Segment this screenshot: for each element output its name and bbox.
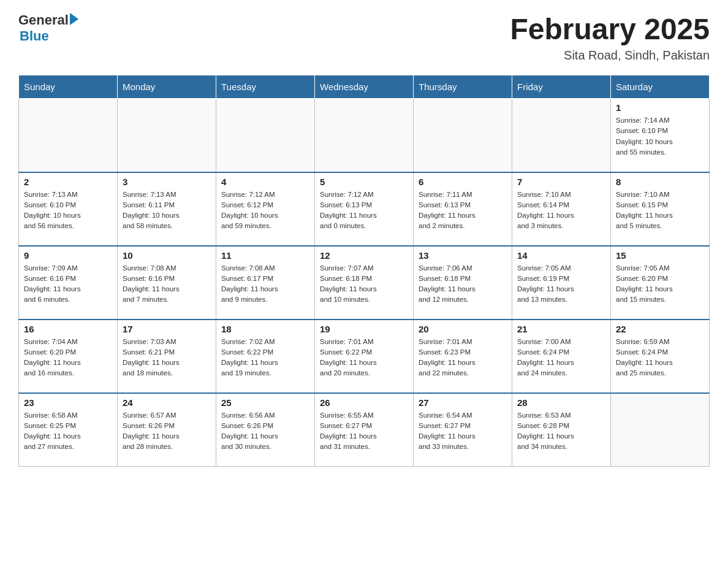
calendar-cell: 17Sunrise: 7:03 AMSunset: 6:21 PMDayligh… [118, 320, 216, 393]
calendar-cell [315, 99, 414, 172]
day-info: Sunrise: 7:09 AMSunset: 6:16 PMDaylight:… [24, 263, 112, 305]
day-number: 24 [123, 397, 211, 408]
logo-blue-text: Blue [20, 28, 49, 44]
day-number: 27 [419, 397, 507, 408]
calendar-cell: 16Sunrise: 7:04 AMSunset: 6:20 PMDayligh… [19, 320, 118, 393]
day-info: Sunrise: 7:06 AMSunset: 6:18 PMDaylight:… [419, 263, 507, 305]
day-info: Sunrise: 7:02 AMSunset: 6:22 PMDaylight:… [221, 337, 309, 379]
day-number: 25 [221, 397, 309, 408]
day-number: 1 [616, 102, 704, 113]
day-info: Sunrise: 7:10 AMSunset: 6:14 PMDaylight:… [517, 190, 605, 232]
calendar-cell: 15Sunrise: 7:05 AMSunset: 6:20 PMDayligh… [611, 246, 710, 320]
calendar-cell: 5Sunrise: 7:12 AMSunset: 6:13 PMDaylight… [315, 172, 414, 246]
day-number: 18 [221, 324, 309, 334]
day-info: Sunrise: 7:11 AMSunset: 6:13 PMDaylight:… [419, 190, 507, 232]
calendar-cell: 23Sunrise: 6:58 AMSunset: 6:25 PMDayligh… [19, 393, 118, 467]
calendar-cell: 3Sunrise: 7:13 AMSunset: 6:11 PMDaylight… [118, 172, 216, 246]
day-number: 17 [123, 324, 211, 334]
day-info: Sunrise: 6:54 AMSunset: 6:27 PMDaylight:… [419, 410, 507, 453]
day-info: Sunrise: 7:00 AMSunset: 6:24 PMDaylight:… [517, 337, 605, 379]
day-info: Sunrise: 7:08 AMSunset: 6:17 PMDaylight:… [221, 263, 309, 305]
calendar-cell: 28Sunrise: 6:53 AMSunset: 6:28 PMDayligh… [512, 393, 611, 467]
calendar-title: February 2025 [510, 12, 710, 46]
day-info: Sunrise: 7:13 AMSunset: 6:11 PMDaylight:… [123, 190, 211, 232]
day-number: 5 [320, 177, 408, 187]
day-header-saturday: Saturday [611, 75, 710, 99]
calendar-cell: 20Sunrise: 7:01 AMSunset: 6:23 PMDayligh… [414, 320, 512, 393]
day-header-monday: Monday [118, 75, 216, 99]
day-number: 4 [221, 177, 309, 187]
page-header: General Blue February 2025 Sita Road, Si… [18, 12, 710, 63]
calendar-cell [19, 99, 118, 172]
calendar-week-row: 1Sunrise: 7:14 AMSunset: 6:10 PMDaylight… [19, 99, 710, 172]
day-info: Sunrise: 7:05 AMSunset: 6:19 PMDaylight:… [517, 263, 605, 305]
logo-general-text: General [18, 12, 69, 28]
calendar-header-row: SundayMondayTuesdayWednesdayThursdayFrid… [19, 75, 710, 99]
calendar-cell: 27Sunrise: 6:54 AMSunset: 6:27 PMDayligh… [414, 393, 512, 467]
day-info: Sunrise: 6:53 AMSunset: 6:28 PMDaylight:… [517, 410, 605, 453]
calendar-cell: 4Sunrise: 7:12 AMSunset: 6:12 PMDaylight… [216, 172, 315, 246]
calendar-cell: 18Sunrise: 7:02 AMSunset: 6:22 PMDayligh… [216, 320, 315, 393]
day-info: Sunrise: 6:58 AMSunset: 6:25 PMDaylight:… [24, 410, 112, 453]
day-number: 23 [24, 397, 112, 408]
day-header-wednesday: Wednesday [315, 75, 414, 99]
day-info: Sunrise: 7:12 AMSunset: 6:13 PMDaylight:… [320, 190, 408, 232]
calendar-table: SundayMondayTuesdayWednesdayThursdayFrid… [18, 75, 710, 467]
day-info: Sunrise: 6:56 AMSunset: 6:26 PMDaylight:… [221, 410, 309, 453]
day-number: 16 [24, 324, 112, 334]
calendar-cell: 7Sunrise: 7:10 AMSunset: 6:14 PMDaylight… [512, 172, 611, 246]
day-info: Sunrise: 7:05 AMSunset: 6:20 PMDaylight:… [616, 263, 704, 305]
day-info: Sunrise: 7:10 AMSunset: 6:15 PMDaylight:… [616, 190, 704, 232]
day-number: 13 [419, 250, 507, 261]
day-number: 12 [320, 250, 408, 261]
calendar-cell: 14Sunrise: 7:05 AMSunset: 6:19 PMDayligh… [512, 246, 611, 320]
calendar-cell: 8Sunrise: 7:10 AMSunset: 6:15 PMDaylight… [611, 172, 710, 246]
calendar-cell: 9Sunrise: 7:09 AMSunset: 6:16 PMDaylight… [19, 246, 118, 320]
day-number: 6 [419, 177, 507, 187]
calendar-week-row: 9Sunrise: 7:09 AMSunset: 6:16 PMDaylight… [19, 246, 710, 320]
calendar-cell: 2Sunrise: 7:13 AMSunset: 6:10 PMDaylight… [19, 172, 118, 246]
day-number: 20 [419, 324, 507, 334]
day-header-sunday: Sunday [19, 75, 118, 99]
calendar-week-row: 2Sunrise: 7:13 AMSunset: 6:10 PMDaylight… [19, 172, 710, 246]
calendar-cell: 26Sunrise: 6:55 AMSunset: 6:27 PMDayligh… [315, 393, 414, 467]
day-header-friday: Friday [512, 75, 611, 99]
day-info: Sunrise: 6:57 AMSunset: 6:26 PMDaylight:… [123, 410, 211, 453]
calendar-cell: 12Sunrise: 7:07 AMSunset: 6:18 PMDayligh… [315, 246, 414, 320]
calendar-cell: 11Sunrise: 7:08 AMSunset: 6:17 PMDayligh… [216, 246, 315, 320]
day-number: 26 [320, 397, 408, 408]
day-info: Sunrise: 7:12 AMSunset: 6:12 PMDaylight:… [221, 190, 309, 232]
day-number: 19 [320, 324, 408, 334]
day-info: Sunrise: 7:04 AMSunset: 6:20 PMDaylight:… [24, 337, 112, 379]
day-info: Sunrise: 7:07 AMSunset: 6:18 PMDaylight:… [320, 263, 408, 305]
calendar-cell [118, 99, 216, 172]
calendar-cell: 10Sunrise: 7:08 AMSunset: 6:16 PMDayligh… [118, 246, 216, 320]
day-info: Sunrise: 7:03 AMSunset: 6:21 PMDaylight:… [123, 337, 211, 379]
day-number: 21 [517, 324, 605, 334]
day-info: Sunrise: 6:59 AMSunset: 6:24 PMDaylight:… [616, 337, 704, 379]
day-info: Sunrise: 7:14 AMSunset: 6:10 PMDaylight:… [616, 115, 704, 158]
calendar-cell: 24Sunrise: 6:57 AMSunset: 6:26 PMDayligh… [118, 393, 216, 467]
day-info: Sunrise: 6:55 AMSunset: 6:27 PMDaylight:… [320, 410, 408, 453]
calendar-cell: 21Sunrise: 7:00 AMSunset: 6:24 PMDayligh… [512, 320, 611, 393]
day-header-tuesday: Tuesday [216, 75, 315, 99]
logo-arrow-icon [70, 13, 78, 25]
day-number: 14 [517, 250, 605, 261]
calendar-week-row: 23Sunrise: 6:58 AMSunset: 6:25 PMDayligh… [19, 393, 710, 467]
calendar-week-row: 16Sunrise: 7:04 AMSunset: 6:20 PMDayligh… [19, 320, 710, 393]
calendar-cell: 1Sunrise: 7:14 AMSunset: 6:10 PMDaylight… [611, 99, 710, 172]
calendar-cell: 19Sunrise: 7:01 AMSunset: 6:22 PMDayligh… [315, 320, 414, 393]
calendar-cell: 13Sunrise: 7:06 AMSunset: 6:18 PMDayligh… [414, 246, 512, 320]
title-area: February 2025 Sita Road, Sindh, Pakistan [510, 12, 710, 63]
day-number: 11 [221, 250, 309, 261]
calendar-cell [414, 99, 512, 172]
calendar-cell [611, 393, 710, 467]
calendar-subtitle: Sita Road, Sindh, Pakistan [510, 48, 710, 63]
calendar-cell [512, 99, 611, 172]
day-number: 28 [517, 397, 605, 408]
calendar-cell: 22Sunrise: 6:59 AMSunset: 6:24 PMDayligh… [611, 320, 710, 393]
day-number: 9 [24, 250, 112, 261]
day-number: 2 [24, 177, 112, 187]
day-info: Sunrise: 7:01 AMSunset: 6:22 PMDaylight:… [320, 337, 408, 379]
logo: General Blue [18, 12, 78, 44]
